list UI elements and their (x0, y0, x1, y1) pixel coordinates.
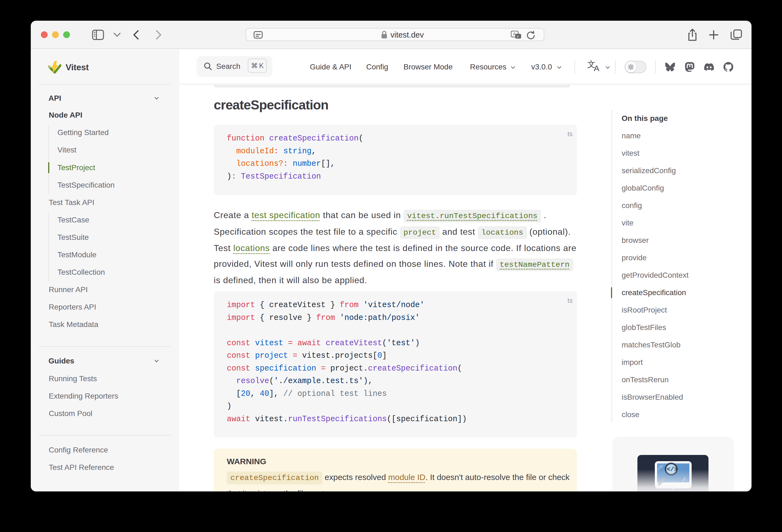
svg-text:x: x (517, 34, 519, 38)
